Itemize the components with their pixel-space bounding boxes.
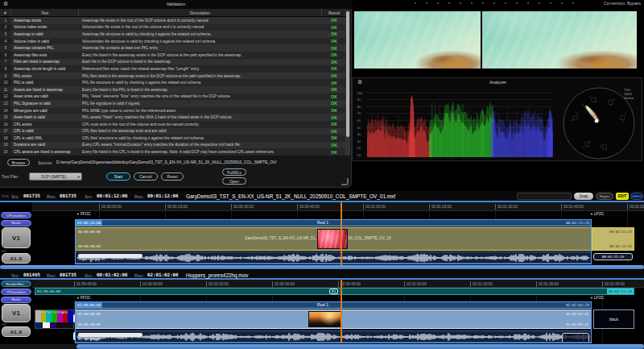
timeline1-video-track-button[interactable]: V1 xyxy=(2,227,31,248)
pos-label: POS xyxy=(2,194,9,198)
timeline2-cplmarkers-button[interactable]: CPLmarkers xyxy=(1,289,31,295)
edit-input[interactable] xyxy=(517,193,572,200)
test-description: Assetmap file exists in the root of the … xyxy=(79,19,322,23)
table-row[interactable]: 7Files are listed in assetmapEach file i… xyxy=(0,59,346,66)
test-description: PKL file signature is valid if signed. xyxy=(79,102,322,106)
timeline2-audio-clip[interactable]: 02:00:00:00 02:02:01:23 xyxy=(75,330,592,343)
timeline2-scrollbar[interactable] xyxy=(0,344,644,349)
test-name: Asset sizes are valid xyxy=(11,94,79,98)
table-row[interactable]: 17CPL is validCPL files listed in the as… xyxy=(0,128,346,135)
window-title: Validation xyxy=(0,2,352,6)
resize-grip[interactable] xyxy=(341,178,349,185)
timeline1-cplmarkers-button[interactable]: CPLmarkers xyxy=(1,212,31,218)
audio-waveform xyxy=(76,331,590,343)
test-name: CPL exists xyxy=(11,123,79,127)
timeline2-audio-track-button[interactable]: A1..6 xyxy=(2,326,31,337)
start-button[interactable]: Start xyxy=(106,172,130,181)
result-badge: OK xyxy=(322,94,346,99)
marker-down-icon: ▼ xyxy=(590,213,593,216)
clip-name: GaryDemo03_TST_S_EN-XX_US-NR_51_2K_NULL_… xyxy=(245,236,587,240)
timeline1-reel-bar[interactable]: 03:00:10:08 Reel 1 00:02:11:23 xyxy=(75,219,592,226)
timeline2-reels-button[interactable]: Reels xyxy=(1,297,31,303)
table-row[interactable]: 11Assets are listed in assetmapEvery fil… xyxy=(0,86,346,93)
snap-button[interactable]: Snap xyxy=(574,193,593,200)
table-scrollbar[interactable] xyxy=(345,10,350,156)
result-badge: OK xyxy=(322,73,346,78)
result-badge: OK xyxy=(322,52,346,57)
test-description: CPL files' structure is valid by checkin… xyxy=(79,136,322,140)
table-row[interactable]: 15Asset hash is validPKL assets "Hash" e… xyxy=(0,114,346,121)
colorbars-clip[interactable]: SMPTE COLOR BARS xyxy=(35,310,74,329)
table-row[interactable]: 13PKL Signature is validPKL file signatu… xyxy=(0,100,346,107)
browse-button[interactable]: Browse xyxy=(7,159,30,166)
ruler-tick: 02:01:00:00 xyxy=(404,281,427,287)
table-row[interactable]: 16CPL existsCPL must exist in the root o… xyxy=(0,121,346,128)
edit-mode-button[interactable]: EDIT xyxy=(616,193,629,200)
table-row[interactable]: 20CPL assets are listed in assetmapEvery… xyxy=(0,148,346,156)
ripple-button[interactable]: Ripple xyxy=(596,193,613,200)
lfoc-marker[interactable]: ▼ LFOC xyxy=(590,296,604,300)
table-row[interactable]: 6Assetmap files existEvery file listed i… xyxy=(0,52,346,59)
timeline1-reels-button[interactable]: Reels xyxy=(1,220,31,226)
ffoc-marker[interactable]: ▼ FFOC xyxy=(76,212,91,216)
render-end-tc: 02:02:11:23 xyxy=(607,289,634,294)
timeline2-rendermarkers-button[interactable]: RenderMar... xyxy=(1,280,31,287)
audio-clip-header[interactable] xyxy=(78,254,142,258)
fullmls-button[interactable]: FullMLs xyxy=(222,168,246,176)
timeline1-audio-clip[interactable] xyxy=(75,251,592,264)
black-clip[interactable]: black xyxy=(593,310,634,329)
clip-thumbnail xyxy=(317,229,348,249)
row-number: 8 xyxy=(0,65,11,73)
svg-text:40: 40 xyxy=(357,132,361,136)
test-name: PKL Signature is valid xyxy=(11,102,79,106)
result-badge: OK xyxy=(322,129,346,134)
render-region-bar[interactable]: 01:59:30:00 R1 02:02:11:23 xyxy=(35,288,634,295)
table-row[interactable]: 14Mimetypes are validPKL MIME type value… xyxy=(0,107,346,114)
timeline2-reel-bar[interactable]: 02:00:00:00 Reel 1 02:02:01:23 xyxy=(75,301,592,309)
marker-down-icon: ▼ xyxy=(76,297,80,300)
ruler-tick: 00:01:00:00 xyxy=(363,204,386,210)
colorbars-label: SMPTE COLOR BARS xyxy=(35,311,73,314)
test-plan-label: Test Plan xyxy=(2,174,19,179)
col-num: # xyxy=(0,9,11,16)
table-row[interactable]: 19Durations are validEvery CPL assets "I… xyxy=(0,142,346,149)
test-name: Durations are valid xyxy=(11,143,79,147)
table-row[interactable]: 18CPL is valid XMLCPL files' structure i… xyxy=(0,135,346,142)
table-row[interactable]: 1Assetmap existsAssetmap file exists in … xyxy=(0,17,346,24)
test-name: Assetmap exists xyxy=(11,19,79,23)
timeline2-video-track-button[interactable]: V1 xyxy=(2,304,31,322)
timeline1-ruler[interactable]: 00:00:00:0000:00:15:0000:00:30:0000:00:4… xyxy=(32,202,644,211)
timeline1-clip-tail[interactable]: 00:02:21:25 00:02:21:25 xyxy=(592,227,634,251)
test-plan-select[interactable]: DCP (SMPTE) ▾ xyxy=(29,172,82,181)
test-name: CPL assets are listed in assetmap xyxy=(11,150,79,154)
svg-text:30: 30 xyxy=(357,139,361,143)
table-scrollbar-thumb[interactable] xyxy=(346,11,349,137)
cancel-button[interactable]: Cancel xyxy=(134,172,158,181)
reset-button[interactable]: Reset xyxy=(161,172,184,181)
table-row[interactable]: 8Assetmap chunk length is validReference… xyxy=(0,65,346,73)
lfoc-marker[interactable]: ▼ LFOC xyxy=(590,212,604,216)
timeline1-playhead[interactable] xyxy=(341,202,342,265)
test-name: CPL is valid XML xyxy=(11,136,79,140)
ffoc-marker[interactable]: ▼ FFOC xyxy=(76,296,91,300)
test-name: Volume index exists xyxy=(11,25,79,29)
open-button[interactable]: Open xyxy=(222,177,246,185)
clip-trim-handle[interactable] xyxy=(73,314,76,322)
table-row[interactable]: 4Volume index is validVolumeindex file s… xyxy=(0,38,346,45)
table-row[interactable]: 3Assetmap is validAssetmap file structur… xyxy=(0,31,346,38)
test-description: CPL files listed in the assetmap exist a… xyxy=(79,129,322,133)
table-row[interactable]: 5Assetmap contains PKLAssetmap file cont… xyxy=(0,44,346,52)
table-row[interactable]: 10PKL is validPKL file structure is vali… xyxy=(0,79,346,86)
test-description: PKL assets "Hash" entry matches the SHA-… xyxy=(79,115,322,119)
test-name: Assetmap is valid xyxy=(11,32,79,36)
svg-text:10: 10 xyxy=(357,153,361,157)
clip-trim-handle[interactable] xyxy=(73,332,76,340)
timeline2-playhead[interactable] xyxy=(341,280,342,343)
table-row[interactable]: 12Asset sizes are validPKL "Asset" eleme… xyxy=(0,93,346,101)
gang-button[interactable]: GANG xyxy=(630,193,643,200)
timeline1-audio-track-button[interactable]: A1..6 xyxy=(2,253,31,264)
table-row[interactable]: 2Volume index existsVolumeindex file exi… xyxy=(0,24,346,31)
timeline2-scrollbar-thumb[interactable] xyxy=(76,344,644,349)
table-row[interactable]: 9PKL existsPKL files listed in the asset… xyxy=(0,73,346,80)
timeline2-ruler[interactable]: 01:59:45:0002:00:00:0002:00:15:0002:00:3… xyxy=(32,280,644,288)
